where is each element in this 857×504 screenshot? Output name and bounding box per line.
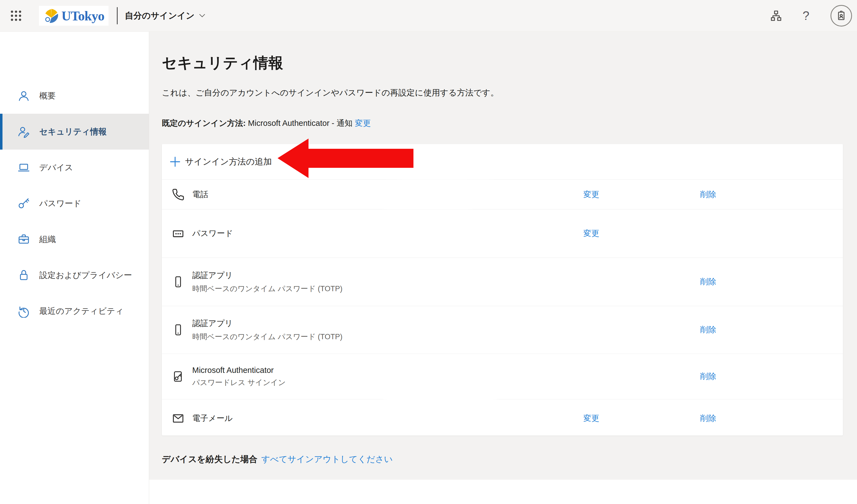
- person-icon: [17, 89, 30, 102]
- method-text: 電話: [192, 189, 208, 200]
- ginkgo-leaf-icon: [44, 8, 60, 24]
- signin-methods-table: サインイン方法の追加 電話変更削除パスワード変更認証アプリ時間ベースのワンタイム…: [162, 144, 843, 436]
- briefcase-icon: [17, 233, 30, 246]
- method-name: 電話: [192, 189, 208, 200]
- main-content: セキュリティ情報 これは、ご自分のアカウントへのサインインやパスワードの再設定に…: [149, 32, 857, 504]
- sidebar-item-label: 組織: [39, 234, 56, 245]
- delete-link[interactable]: 削除: [700, 276, 716, 287]
- sidebar-item-label: 設定およびプライバシー: [39, 270, 132, 281]
- redaction-blur: [375, 216, 456, 249]
- sidebar-nav: 概要セキュリティ情報デバイスパスワード組織設定およびプライバシー最近のアクティビ…: [0, 32, 149, 504]
- lock-icon: [17, 268, 30, 282]
- authenticator-icon: [172, 370, 184, 383]
- redaction-blur: [383, 360, 424, 390]
- laptop-icon: [17, 161, 30, 174]
- add-signin-method-label: サインイン方法の追加: [185, 156, 272, 168]
- method-text: 電子メール: [192, 413, 233, 424]
- topbar-divider: [117, 7, 118, 24]
- organization-icon[interactable]: [770, 9, 783, 22]
- method-text: パスワード: [192, 228, 233, 239]
- key-icon: [17, 197, 30, 210]
- plus-icon: [169, 156, 181, 168]
- sidebar-item-label: 最近のアクティビティ: [39, 306, 124, 317]
- method-subtitle: 時間ベースのワンタイム パスワード (TOTP): [192, 284, 342, 294]
- method-row: 電話変更削除: [162, 179, 843, 209]
- default-signin-value: Microsoft Authenticator - 通知: [248, 119, 353, 127]
- app-title[interactable]: 自分のサインイン: [125, 10, 195, 21]
- method-name: 認証アプリ: [192, 318, 342, 329]
- redaction-blur: [383, 392, 497, 430]
- utokyo-logo[interactable]: UTokyo: [39, 6, 108, 26]
- lost-device-line: デバイスを紛失した場合すべてサインアウトしてください: [162, 453, 393, 465]
- method-text: 認証アプリ時間ベースのワンタイム パスワード (TOTP): [192, 270, 342, 294]
- logo-wordmark: UTokyo: [62, 8, 104, 23]
- phone-icon: [172, 188, 184, 201]
- method-text: 認証アプリ時間ベースのワンタイム パスワード (TOTP): [192, 318, 342, 342]
- password-icon: [172, 227, 184, 240]
- method-subtitle: パスワードレス サインイン: [192, 378, 286, 387]
- sidebar-item-briefcase[interactable]: 組織: [0, 221, 149, 257]
- page-description: これは、ご自分のアカウントへのサインインやパスワードの再設定に使用する方法です。: [162, 87, 499, 99]
- chevron-down-icon[interactable]: [199, 14, 205, 18]
- sidebar-item-label: デバイス: [39, 162, 73, 173]
- change-link[interactable]: 変更: [583, 413, 599, 424]
- method-row: パスワード変更: [162, 209, 843, 258]
- method-name: 電子メール: [192, 413, 233, 424]
- page-bottom-strip: [149, 480, 857, 504]
- delete-link[interactable]: 削除: [700, 371, 716, 382]
- redaction-blur: [395, 155, 494, 179]
- method-row: 電子メール変更削除: [162, 399, 843, 436]
- sidebar-item-person-edit[interactable]: セキュリティ情報: [0, 114, 149, 150]
- sidebar-item-key[interactable]: パスワード: [0, 186, 149, 221]
- sidebar-item-laptop[interactable]: デバイス: [0, 150, 149, 186]
- help-icon[interactable]: ?: [803, 9, 809, 23]
- delete-link[interactable]: 削除: [700, 413, 716, 424]
- sidebar-item-person[interactable]: 概要: [0, 78, 149, 114]
- default-change-link[interactable]: 変更: [355, 119, 371, 127]
- email-icon: [172, 412, 184, 425]
- delete-link[interactable]: 削除: [700, 189, 716, 200]
- history-icon: [17, 305, 30, 318]
- method-name: パスワード: [192, 228, 233, 239]
- method-text: Microsoft Authenticatorパスワードレス サインイン: [192, 366, 286, 387]
- sidebar-item-history[interactable]: 最近のアクティビティ: [0, 293, 149, 329]
- avatar[interactable]: [830, 5, 852, 27]
- change-link[interactable]: 変更: [583, 189, 599, 200]
- method-name: Microsoft Authenticator: [192, 366, 286, 375]
- method-row: Microsoft Authenticatorパスワードレス サインイン削除: [162, 353, 843, 399]
- method-name: 認証アプリ: [192, 270, 342, 281]
- default-signin-label: 既定のサインイン方法:: [162, 119, 246, 127]
- sidebar-item-label: 概要: [39, 90, 56, 102]
- method-row: 認証アプリ時間ベースのワンタイム パスワード (TOTP)削除: [162, 306, 843, 353]
- top-app-bar: UTokyo 自分のサインイン ?: [0, 0, 857, 32]
- id-badge-icon: [835, 9, 848, 22]
- redaction-blur: [383, 181, 473, 209]
- delete-link[interactable]: 削除: [700, 324, 716, 335]
- app-launcher-icon[interactable]: [9, 9, 23, 23]
- sidebar-item-label: パスワード: [39, 198, 82, 209]
- smartphone-icon: [172, 276, 184, 288]
- sidebar-item-label: セキュリティ情報: [39, 126, 106, 137]
- page-title: セキュリティ情報: [162, 53, 283, 73]
- smartphone-icon: [172, 324, 184, 336]
- change-link[interactable]: 変更: [583, 228, 599, 239]
- sign-out-all-link[interactable]: すべてサインアウトしてください: [261, 454, 393, 464]
- lost-device-label: デバイスを紛失した場合: [162, 454, 257, 464]
- sidebar-item-lock[interactable]: 設定およびプライバシー: [0, 257, 149, 293]
- add-signin-method-button[interactable]: サインイン方法の追加: [162, 144, 843, 179]
- method-row: 認証アプリ時間ベースのワンタイム パスワード (TOTP)削除: [162, 258, 843, 306]
- default-signin-line: 既定のサインイン方法: Microsoft Authenticator - 通知…: [162, 118, 371, 129]
- method-subtitle: 時間ベースのワンタイム パスワード (TOTP): [192, 332, 342, 342]
- person-edit-icon: [17, 125, 30, 138]
